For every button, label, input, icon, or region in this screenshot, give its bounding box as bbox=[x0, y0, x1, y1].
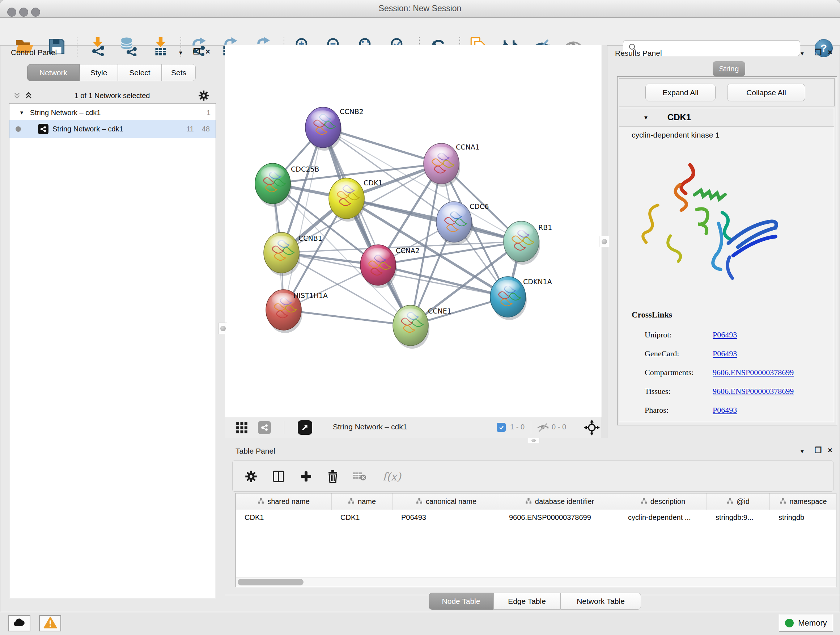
tab-string[interactable]: String bbox=[713, 61, 745, 76]
column-header-namespace[interactable]: namespace bbox=[770, 494, 836, 510]
crosslink-link[interactable]: 9606.ENSP00000378699 bbox=[713, 363, 794, 382]
collapse-all-button[interactable]: Collapse All bbox=[727, 84, 805, 101]
network-node-CDKN1A[interactable]: CDKN1A bbox=[490, 277, 552, 320]
table-scrollbar-thumb[interactable] bbox=[238, 579, 303, 585]
table-settings-gear-icon[interactable] bbox=[243, 468, 259, 485]
network-node-count: 11 bbox=[186, 125, 194, 133]
birds-eye-view-icon[interactable] bbox=[298, 420, 312, 435]
protein-section: ▼ CDK1 cyclin-dependent kinase 1 bbox=[619, 108, 834, 422]
column-header-database-identifier[interactable]: database identifier bbox=[500, 494, 619, 510]
delete-table-icon[interactable] bbox=[351, 468, 368, 485]
memory-button[interactable]: Memory bbox=[779, 614, 833, 632]
grid-view-icon[interactable] bbox=[236, 422, 248, 435]
edge-HIST1H1A-CCNE1[interactable] bbox=[284, 310, 411, 325]
tab-select[interactable]: Select bbox=[118, 64, 162, 81]
results-panel-title: Results Panel bbox=[615, 49, 662, 57]
network-node-CCNA1[interactable]: CCNA1 bbox=[424, 143, 480, 187]
results-panel-float-button[interactable]: ❒ bbox=[815, 49, 822, 57]
add-column-plus-icon[interactable] bbox=[298, 468, 314, 485]
table-cell[interactable]: P06493 bbox=[393, 510, 500, 524]
cloud-status-button[interactable] bbox=[8, 615, 30, 631]
table-cell[interactable]: stringdb:9... bbox=[707, 510, 770, 524]
crosslink-row: GeneCard:P06493 bbox=[619, 344, 834, 363]
protein-description: cyclin-dependent kinase 1 bbox=[632, 131, 720, 139]
network-row-selected[interactable]: String Network – cdk1 11 48 bbox=[9, 120, 216, 138]
network-node-CDC6[interactable]: CDC6 bbox=[436, 202, 489, 245]
tab-sets[interactable]: Sets bbox=[162, 64, 196, 81]
edge-CCNB2-CCNE1[interactable] bbox=[323, 127, 411, 325]
table-cell[interactable]: 9606.ENSP00000378699 bbox=[500, 510, 619, 524]
warning-status-button[interactable] bbox=[39, 615, 61, 631]
title-bar: Session: New Session bbox=[0, 0, 840, 18]
column-header-description[interactable]: description bbox=[619, 494, 707, 510]
node-label-CDKN1A: CDKN1A bbox=[523, 278, 552, 286]
tab-node-table[interactable]: Node Table bbox=[429, 593, 493, 610]
protein-section-header[interactable]: ▼ CDK1 bbox=[619, 108, 834, 127]
protein-structure-image bbox=[635, 151, 782, 293]
control-panel-close-button[interactable]: × bbox=[205, 48, 210, 56]
control-panel-float-button[interactable]: ❒ bbox=[193, 48, 201, 56]
table-panel-float-button[interactable]: ❒ bbox=[815, 447, 822, 454]
table-cell[interactable]: stringdb bbox=[770, 510, 836, 524]
network-node-CCNB1[interactable]: CCNB1 bbox=[264, 233, 322, 276]
table-cell[interactable]: CDK1 bbox=[236, 510, 332, 524]
table-cell[interactable]: cyclin-dependent ... bbox=[619, 510, 707, 524]
node-label-CCNA1: CCNA1 bbox=[456, 143, 480, 151]
node-label-CCNB1: CCNB1 bbox=[298, 234, 322, 242]
tab-edge-table[interactable]: Edge Table bbox=[493, 593, 561, 610]
crosslink-row: Uniprot:P06493 bbox=[619, 325, 834, 344]
network-node-CCNE1[interactable]: CCNE1 bbox=[393, 305, 452, 348]
protein-collapse-caret-icon[interactable]: ▼ bbox=[643, 114, 649, 120]
table-panel-menu-caret[interactable]: ▼ bbox=[799, 448, 805, 454]
hierarchy-icon bbox=[780, 497, 786, 506]
main-toolbar: ? bbox=[0, 18, 840, 46]
table-panel: Table Panel ▼ ❒ × f(x) shared namenameca… bbox=[225, 442, 840, 595]
crosslink-label: Compartments: bbox=[645, 368, 694, 377]
selected-checkbox-icon[interactable] bbox=[497, 423, 506, 432]
tab-style[interactable]: Style bbox=[80, 64, 118, 81]
column-header-name[interactable]: name bbox=[332, 494, 393, 510]
results-panel-menu-caret[interactable]: ▼ bbox=[799, 50, 805, 57]
column-header-canonical-name[interactable]: canonical name bbox=[393, 494, 500, 510]
tab-network[interactable]: Network bbox=[27, 64, 80, 81]
node-label-CCNB2: CCNB2 bbox=[340, 108, 363, 116]
crosslinks-heading: CrossLinks bbox=[632, 310, 672, 320]
crosslink-link[interactable]: P06493 bbox=[713, 325, 737, 344]
hidden-eye-slash-icon[interactable] bbox=[537, 423, 549, 434]
crosslink-link[interactable]: 9606.ENSP00000378699 bbox=[713, 382, 794, 401]
column-label: @id bbox=[737, 497, 750, 506]
tree-expand-caret-icon[interactable]: ▼ bbox=[19, 110, 24, 116]
delete-column-trash-icon[interactable] bbox=[325, 468, 341, 485]
network-node-CDC25B[interactable]: CDC25B bbox=[255, 163, 319, 207]
network-node-CCNB2[interactable]: CCNB2 bbox=[305, 107, 363, 150]
network-collection-row[interactable]: ▼ String Network – cdk1 1 bbox=[9, 105, 216, 120]
crosshair-icon[interactable] bbox=[584, 420, 600, 437]
node-label-CDC6: CDC6 bbox=[470, 203, 489, 211]
tab-network-table[interactable]: Network Table bbox=[561, 593, 641, 610]
crosslink-link[interactable]: P06493 bbox=[713, 401, 737, 420]
network-view-toolbar: String Network – cdk1 1 - 0 0 - 0 bbox=[225, 417, 602, 438]
column-header-shared-name[interactable]: shared name bbox=[236, 494, 332, 510]
left-splitter-handle[interactable] bbox=[218, 323, 227, 334]
column-label: database identifier bbox=[535, 497, 594, 506]
expand-all-button[interactable]: Expand All bbox=[645, 84, 715, 101]
network-node-CCNA2[interactable]: CCNA2 bbox=[360, 245, 420, 288]
node-label-RB1: RB1 bbox=[538, 223, 552, 231]
node-label-CCNE1: CCNE1 bbox=[428, 307, 452, 315]
table-cell[interactable]: CDK1 bbox=[332, 510, 393, 524]
table-horizontal-scrollbar bbox=[236, 577, 836, 587]
network-options-gear-icon[interactable] bbox=[198, 90, 209, 103]
network-view-title: String Network – cdk1 bbox=[333, 423, 407, 431]
share-view-icon[interactable] bbox=[258, 421, 271, 434]
function-builder-fx[interactable]: f(x) bbox=[377, 468, 406, 485]
results-panel-close-button[interactable]: × bbox=[828, 49, 832, 57]
network-canvas[interactable]: CCNB2CCNA1CDC25BCDK1CDC6RB1CCNB1CCNA2CDK… bbox=[225, 45, 602, 417]
crosslink-link[interactable]: P06493 bbox=[713, 344, 737, 363]
column-header--id[interactable]: @id bbox=[707, 494, 770, 510]
network-node-RB1[interactable]: RB1 bbox=[504, 221, 552, 264]
network-node-HIST1H1A[interactable]: HIST1H1A bbox=[266, 290, 328, 333]
show-columns-icon[interactable] bbox=[270, 468, 287, 485]
hierarchy-icon bbox=[416, 497, 422, 506]
control-panel-menu-caret[interactable]: ▼ bbox=[178, 50, 183, 56]
table-panel-close-button[interactable]: × bbox=[828, 447, 832, 454]
